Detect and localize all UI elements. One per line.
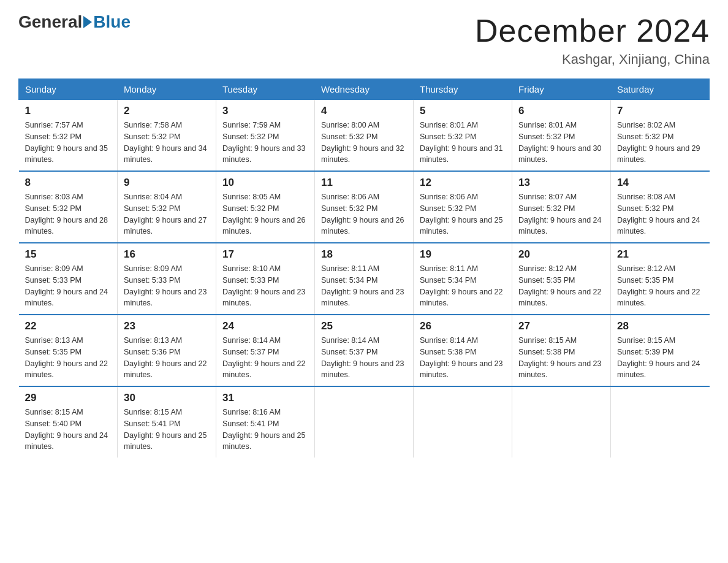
day-number: 19 <box>420 248 506 261</box>
day-number: 10 <box>222 177 308 189</box>
calendar-cell: 29Sunrise: 8:15 AMSunset: 5:40 PMDayligh… <box>19 386 118 458</box>
calendar-cell: 25Sunrise: 8:14 AMSunset: 5:37 PMDayligh… <box>315 315 414 386</box>
day-info: Sunrise: 8:15 AMSunset: 5:39 PMDaylight:… <box>617 335 703 381</box>
day-info: Sunrise: 8:11 AMSunset: 5:34 PMDaylight:… <box>321 263 407 309</box>
calendar-cell: 15Sunrise: 8:09 AMSunset: 5:33 PMDayligh… <box>19 243 118 315</box>
header-thursday: Thursday <box>414 79 512 100</box>
month-title: December 2024 <box>475 12 710 49</box>
header-sunday: Sunday <box>19 79 118 100</box>
day-number: 5 <box>420 105 506 117</box>
calendar-cell: 19Sunrise: 8:11 AMSunset: 5:34 PMDayligh… <box>414 243 512 315</box>
calendar-cell <box>611 386 710 458</box>
day-number: 3 <box>222 105 308 117</box>
calendar-cell: 8Sunrise: 8:03 AMSunset: 5:32 PMDaylight… <box>19 171 118 243</box>
day-info: Sunrise: 8:14 AMSunset: 5:37 PMDaylight:… <box>321 335 407 381</box>
day-info: Sunrise: 8:16 AMSunset: 5:41 PMDaylight:… <box>222 407 308 453</box>
header-monday: Monday <box>118 79 216 100</box>
day-number: 29 <box>25 392 112 404</box>
day-info: Sunrise: 7:58 AMSunset: 5:32 PMDaylight:… <box>124 120 210 166</box>
calendar-cell: 30Sunrise: 8:15 AMSunset: 5:41 PMDayligh… <box>118 386 216 458</box>
calendar-cell: 22Sunrise: 8:13 AMSunset: 5:35 PMDayligh… <box>19 315 118 386</box>
header-tuesday: Tuesday <box>216 79 315 100</box>
logo-blue-text: Blue <box>93 12 131 32</box>
logo-arrow-icon <box>83 16 92 28</box>
day-info: Sunrise: 8:01 AMSunset: 5:32 PMDaylight:… <box>420 120 506 166</box>
calendar-header: Sunday Monday Tuesday Wednesday Thursday… <box>19 79 710 100</box>
header-saturday: Saturday <box>611 79 710 100</box>
weekday-header-row: Sunday Monday Tuesday Wednesday Thursday… <box>19 79 710 100</box>
calendar-cell: 9Sunrise: 8:04 AMSunset: 5:32 PMDaylight… <box>118 171 216 243</box>
calendar-cell: 26Sunrise: 8:14 AMSunset: 5:38 PMDayligh… <box>414 315 512 386</box>
day-info: Sunrise: 8:15 AMSunset: 5:40 PMDaylight:… <box>25 407 112 453</box>
day-info: Sunrise: 7:59 AMSunset: 5:32 PMDaylight:… <box>222 120 308 166</box>
day-number: 26 <box>420 320 506 332</box>
day-number: 23 <box>124 320 210 332</box>
day-info: Sunrise: 8:06 AMSunset: 5:32 PMDaylight:… <box>321 191 407 237</box>
day-info: Sunrise: 8:00 AMSunset: 5:32 PMDaylight:… <box>321 120 407 166</box>
day-info: Sunrise: 8:12 AMSunset: 5:35 PMDaylight:… <box>617 263 703 309</box>
day-info: Sunrise: 8:09 AMSunset: 5:33 PMDaylight:… <box>124 263 210 309</box>
day-number: 18 <box>321 248 407 261</box>
calendar-cell: 27Sunrise: 8:15 AMSunset: 5:38 PMDayligh… <box>512 315 611 386</box>
header-wednesday: Wednesday <box>315 79 414 100</box>
day-number: 25 <box>321 320 407 332</box>
calendar-week-row: 15Sunrise: 8:09 AMSunset: 5:33 PMDayligh… <box>19 243 710 315</box>
day-number: 2 <box>124 105 210 117</box>
day-number: 4 <box>321 105 407 117</box>
day-info: Sunrise: 8:10 AMSunset: 5:33 PMDaylight:… <box>222 263 308 309</box>
calendar-cell: 28Sunrise: 8:15 AMSunset: 5:39 PMDayligh… <box>611 315 710 386</box>
day-info: Sunrise: 8:02 AMSunset: 5:32 PMDaylight:… <box>617 120 703 166</box>
day-number: 24 <box>222 320 308 332</box>
day-number: 12 <box>420 177 506 189</box>
day-number: 13 <box>518 177 604 189</box>
calendar-cell: 1Sunrise: 7:57 AMSunset: 5:32 PMDaylight… <box>19 100 118 172</box>
calendar-week-row: 1Sunrise: 7:57 AMSunset: 5:32 PMDaylight… <box>19 100 710 172</box>
day-number: 15 <box>25 248 112 261</box>
day-number: 11 <box>321 177 407 189</box>
day-info: Sunrise: 8:09 AMSunset: 5:33 PMDaylight:… <box>25 263 112 309</box>
day-number: 9 <box>124 177 210 189</box>
calendar-cell: 17Sunrise: 8:10 AMSunset: 5:33 PMDayligh… <box>216 243 315 315</box>
calendar-table: Sunday Monday Tuesday Wednesday Thursday… <box>18 79 710 458</box>
day-info: Sunrise: 8:04 AMSunset: 5:32 PMDaylight:… <box>124 191 210 237</box>
logo: General Blue <box>18 12 131 32</box>
day-info: Sunrise: 8:08 AMSunset: 5:32 PMDaylight:… <box>617 191 703 237</box>
calendar-cell: 31Sunrise: 8:16 AMSunset: 5:41 PMDayligh… <box>216 386 315 458</box>
day-number: 31 <box>222 392 308 404</box>
day-number: 17 <box>222 248 308 261</box>
day-number: 28 <box>617 320 703 332</box>
calendar-cell <box>315 386 414 458</box>
day-info: Sunrise: 8:15 AMSunset: 5:41 PMDaylight:… <box>124 407 210 453</box>
day-info: Sunrise: 8:12 AMSunset: 5:35 PMDaylight:… <box>518 263 604 309</box>
calendar-cell <box>512 386 611 458</box>
day-info: Sunrise: 8:14 AMSunset: 5:37 PMDaylight:… <box>222 335 308 381</box>
day-number: 6 <box>518 105 604 117</box>
day-info: Sunrise: 8:03 AMSunset: 5:32 PMDaylight:… <box>25 191 112 237</box>
calendar-cell: 18Sunrise: 8:11 AMSunset: 5:34 PMDayligh… <box>315 243 414 315</box>
title-block: December 2024 Kashgar, Xinjiang, China <box>475 12 710 67</box>
day-number: 1 <box>25 105 112 117</box>
day-number: 21 <box>617 248 703 261</box>
calendar-cell: 7Sunrise: 8:02 AMSunset: 5:32 PMDaylight… <box>611 100 710 172</box>
day-number: 8 <box>25 177 112 189</box>
day-info: Sunrise: 8:13 AMSunset: 5:35 PMDaylight:… <box>25 335 112 381</box>
calendar-cell: 5Sunrise: 8:01 AMSunset: 5:32 PMDaylight… <box>414 100 512 172</box>
location-text: Kashgar, Xinjiang, China <box>475 52 710 67</box>
calendar-cell: 2Sunrise: 7:58 AMSunset: 5:32 PMDaylight… <box>118 100 216 172</box>
day-info: Sunrise: 8:11 AMSunset: 5:34 PMDaylight:… <box>420 263 506 309</box>
day-number: 20 <box>518 248 604 261</box>
day-info: Sunrise: 8:13 AMSunset: 5:36 PMDaylight:… <box>124 335 210 381</box>
calendar-cell <box>414 386 512 458</box>
logo-general-text: General <box>18 12 82 32</box>
calendar-cell: 4Sunrise: 8:00 AMSunset: 5:32 PMDaylight… <box>315 100 414 172</box>
calendar-cell: 16Sunrise: 8:09 AMSunset: 5:33 PMDayligh… <box>118 243 216 315</box>
day-number: 7 <box>617 105 703 117</box>
day-number: 22 <box>25 320 112 332</box>
calendar-cell: 24Sunrise: 8:14 AMSunset: 5:37 PMDayligh… <box>216 315 315 386</box>
calendar-cell: 14Sunrise: 8:08 AMSunset: 5:32 PMDayligh… <box>611 171 710 243</box>
day-number: 27 <box>518 320 604 332</box>
day-info: Sunrise: 8:15 AMSunset: 5:38 PMDaylight:… <box>518 335 604 381</box>
calendar-week-row: 29Sunrise: 8:15 AMSunset: 5:40 PMDayligh… <box>19 386 710 458</box>
calendar-cell: 10Sunrise: 8:05 AMSunset: 5:32 PMDayligh… <box>216 171 315 243</box>
calendar-week-row: 22Sunrise: 8:13 AMSunset: 5:35 PMDayligh… <box>19 315 710 386</box>
